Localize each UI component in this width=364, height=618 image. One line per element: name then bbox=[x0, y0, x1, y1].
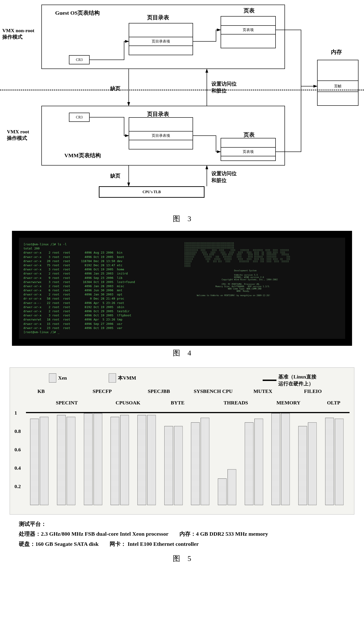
bar bbox=[271, 413, 280, 505]
legend-base: 基准（Linux直接 运行在硬件上） bbox=[263, 373, 316, 387]
terminal-right: ]]]]]]]]]]]]]]]]]]]]]]]]]]]]]]]]]]]]]]]]… bbox=[184, 242, 340, 334]
figure-3-diagram: Guest OS页表结构 VMX non-root 操作模式 页目录表 页目录表… bbox=[0, 0, 364, 211]
bar bbox=[120, 415, 129, 505]
platform-info: 测试平台： 处理器：2.3 GHz/800 MHz FSB dual-core … bbox=[19, 519, 345, 549]
legend-xen: Xen bbox=[49, 373, 67, 382]
bar-group bbox=[298, 422, 317, 505]
bar bbox=[308, 422, 317, 505]
bar bbox=[201, 418, 209, 505]
swatch-xen-icon bbox=[49, 373, 56, 382]
fig3-caption: 图 3 bbox=[0, 214, 364, 224]
bar-group bbox=[245, 419, 263, 505]
chart-legend: Xen 本VMM 基准（Linux直接 运行在硬件上） bbox=[10, 371, 354, 403]
bar-group bbox=[30, 417, 49, 505]
bar bbox=[298, 426, 307, 505]
bar bbox=[164, 426, 173, 505]
bar-group bbox=[84, 413, 102, 505]
bar bbox=[245, 422, 253, 505]
bar-group bbox=[218, 469, 236, 505]
bar bbox=[67, 417, 75, 505]
figure-5-chart: Xen 本VMM 基准（Linux直接 运行在硬件上） KBSPECFPSPEC… bbox=[10, 368, 354, 549]
bar bbox=[254, 419, 263, 505]
fig4-caption: 图 4 bbox=[0, 348, 364, 358]
bar bbox=[93, 413, 102, 505]
bar bbox=[281, 413, 290, 505]
bar bbox=[40, 417, 49, 505]
bar-group bbox=[137, 415, 156, 505]
bar bbox=[191, 422, 200, 505]
bar-group bbox=[57, 415, 75, 505]
bar-group bbox=[164, 426, 183, 505]
bar bbox=[325, 418, 334, 505]
bar bbox=[137, 415, 146, 505]
terminal-left: [root@vm-linux /]# ls -l total 200 drwxr… bbox=[24, 242, 180, 334]
bar bbox=[174, 426, 183, 505]
bar-group bbox=[325, 418, 344, 505]
bar-group bbox=[271, 413, 290, 505]
chart-area: Xen 本VMM 基准（Linux直接 运行在硬件上） KBSPECFPSPEC… bbox=[10, 368, 354, 514]
fig5-caption: 图 5 bbox=[0, 554, 364, 564]
figure-4-terminal: [root@vm-linux /]# ls -l total 200 drwxr… bbox=[12, 231, 352, 346]
swatch-vmm-icon bbox=[109, 373, 116, 382]
bar bbox=[57, 415, 66, 505]
bar bbox=[111, 417, 119, 505]
arrows-svg bbox=[0, 0, 364, 211]
bar-group bbox=[111, 415, 129, 505]
bar bbox=[147, 415, 156, 505]
legend-vmm: 本VMM bbox=[109, 373, 136, 382]
swatch-base-icon bbox=[263, 380, 276, 381]
bar bbox=[335, 419, 344, 505]
bar bbox=[84, 413, 93, 505]
bar bbox=[218, 478, 227, 505]
plot-area: 0.20.40.60.81 bbox=[26, 409, 350, 505]
bar bbox=[30, 419, 39, 505]
bar-group bbox=[191, 418, 209, 505]
bar bbox=[228, 469, 236, 505]
